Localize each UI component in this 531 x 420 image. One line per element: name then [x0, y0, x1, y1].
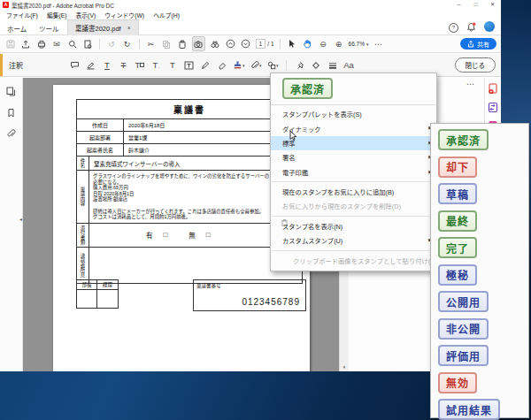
attach-file-icon[interactable]: ▾: [250, 58, 262, 73]
acrobat-logo-icon: A: [3, 2, 9, 8]
insert-text-icon[interactable]: T‸: [151, 58, 162, 73]
document-number-box: 稟議書番号 0123456789: [193, 279, 306, 311]
stamp-option[interactable]: 評価用: [438, 345, 489, 366]
undo-icon[interactable]: ↺: [106, 37, 118, 50]
content-line: 必要になる。: [93, 179, 298, 186]
page-number-input[interactable]: 1: [256, 39, 266, 49]
snapshot-camera-icon[interactable]: [192, 36, 205, 51]
zoom-out-icon[interactable]: ⊖: [318, 37, 329, 50]
menu-item[interactable]: ファイル(F): [2, 11, 42, 19]
line-weight-icon[interactable]: [327, 58, 338, 73]
stamp-menu-item[interactable]: クリップボード画像をスタンプとして貼り付け(C): [271, 253, 436, 267]
comments-options-icon[interactable]: ⋯: [466, 80, 474, 88]
organize-pages-icon[interactable]: [82, 37, 94, 50]
highlight-text-icon[interactable]: [86, 58, 96, 73]
menubar: ファイル(F)編集(E)表示(V)ウィンドウ(W)ヘルプ(H): [0, 10, 503, 19]
collapse-panel-icon[interactable]: ◂: [19, 216, 22, 222]
more-tools-icon[interactable]: ⋯: [373, 37, 384, 50]
stamp-option[interactable]: 最終: [438, 210, 477, 232]
create-pdf-icon[interactable]: [488, 83, 498, 95]
text-style-icon[interactable]: Aa: [343, 58, 354, 73]
zoom-level-control[interactable]: 66.7% ▾: [349, 41, 369, 47]
stamp-option[interactable]: 公開用: [438, 291, 489, 312]
stamp-menu-item[interactable]: 電子印鑑 ▶: [271, 165, 436, 179]
close-annotation-toolbar-button[interactable]: 閉じる: [455, 57, 496, 73]
standard-stamps-submenu: 承認済 却下 草稿 最終 完了 極秘 公開用 非公開 評価用 無効 試用結果 参…: [430, 123, 529, 418]
next-page-icon[interactable]: [240, 37, 251, 50]
underline-text-icon[interactable]: T: [102, 58, 112, 73]
print-icon[interactable]: [35, 37, 47, 50]
add-text-icon[interactable]: T: [167, 58, 178, 73]
stamp-option[interactable]: 草稿: [438, 183, 477, 204]
share-button[interactable]: 共有: [460, 38, 496, 50]
tab-home[interactable]: ホーム: [7, 24, 27, 34]
stamp-option[interactable]: 非公開: [438, 318, 489, 340]
menu-item[interactable]: 表示(V): [72, 11, 101, 19]
copy-icon[interactable]: [161, 37, 173, 50]
table-row: 起案者氏名 鈴木謙介: [77, 143, 302, 156]
page-thumbnails-icon[interactable]: [6, 87, 16, 96]
search-icon[interactable]: [66, 37, 78, 50]
minimize-button[interactable]: ─: [450, 0, 467, 10]
fill-color-icon[interactable]: [311, 58, 321, 73]
replace-text-icon[interactable]: T: [135, 58, 145, 73]
notifications-bell-icon[interactable]: [466, 22, 476, 32]
stamp-menu-item[interactable]: お気に入りから現在のスタンプを削除(D): [271, 199, 436, 213]
content-line: 購入費用:65万円: [93, 185, 298, 191]
help-icon[interactable]: ?: [449, 23, 458, 33]
menu-item[interactable]: ヘルプ(H): [149, 11, 184, 19]
sticky-note-comment-icon[interactable]: [69, 58, 80, 73]
upload-icon[interactable]: [20, 37, 32, 50]
stamp-tool-icon[interactable]: ▾: [233, 58, 245, 73]
eraser-icon[interactable]: [217, 58, 227, 73]
stamp-menu-item[interactable]: スタンプパレットを表示(S): [271, 107, 436, 121]
pencil-draw-icon[interactable]: [200, 58, 211, 73]
stamp-option[interactable]: 極秘: [438, 264, 477, 286]
stamp-option[interactable]: 無効: [438, 372, 477, 393]
find-binoculars-icon[interactable]: [209, 37, 220, 50]
previous-page-icon[interactable]: [225, 37, 236, 50]
stamp-preview[interactable]: 承認済: [282, 78, 333, 99]
select-tool-icon[interactable]: [287, 37, 298, 50]
content-line: [93, 202, 298, 209]
redo-icon[interactable]: ↻: [121, 37, 133, 50]
drawing-shapes-icon[interactable]: ▾: [267, 58, 279, 73]
stamp-menu-item[interactable]: スタンプ名を表示(N): [271, 219, 436, 233]
stamp-menu-item[interactable]: 現在のスタンプをお気に入りに追加(B): [271, 185, 436, 199]
current-stamp-preview[interactable]: 承認済: [271, 73, 436, 105]
scroll-down-icon[interactable]: ▾: [340, 364, 349, 370]
stamp-menu-item-label: 署名: [282, 154, 296, 162]
paste-icon[interactable]: [176, 37, 188, 50]
close-button[interactable]: ✕: [484, 0, 501, 10]
desktop: { "colors": { "accent": "#1473e6", "anno…: [0, 0, 531, 420]
email-icon[interactable]: ✉: [51, 37, 63, 50]
menu-item[interactable]: 編集(E): [42, 11, 72, 19]
menu-item[interactable]: ウィンドウ(W): [100, 11, 149, 19]
export-pdf-icon[interactable]: [488, 102, 498, 113]
maximize-button[interactable]: □: [467, 0, 484, 10]
cut-icon[interactable]: ✂: [145, 37, 157, 50]
tab-tools[interactable]: ツール: [39, 24, 59, 34]
stamp-option[interactable]: 試用結果: [438, 399, 500, 420]
save-icon[interactable]: [4, 37, 16, 50]
stamp-menu-item-label: カスタムスタンプ(U): [282, 237, 342, 245]
stamp-option[interactable]: 却下: [438, 157, 477, 178]
tab-document[interactable]: 稟議書2020.pdf ×: [67, 19, 139, 35]
stamp-option[interactable]: 承認済: [438, 129, 489, 150]
stamp-option[interactable]: 完了: [438, 237, 477, 258]
tab-close-icon[interactable]: ×: [127, 25, 131, 31]
signature-table: 部長 経理: [76, 279, 119, 309]
zoom-in-icon[interactable]: ⊕: [333, 37, 344, 50]
pin-icon[interactable]: [295, 58, 305, 73]
ringi-table: 稟議書 作成日 2020年6月18日 起案部署 営業1課: [76, 99, 303, 284]
text-box-icon[interactable]: [184, 58, 195, 73]
strikethrough-text-icon[interactable]: T: [119, 58, 129, 73]
hand-tool-icon[interactable]: [302, 37, 313, 50]
bookmarks-icon[interactable]: [6, 108, 16, 118]
stamp-menu-item-label: クリップボード画像をスタンプとして貼り付け(C): [293, 257, 437, 265]
stamp-menu-item[interactable]: カスタムスタンプ(U) ▶: [271, 233, 436, 248]
attachments-icon[interactable]: [6, 129, 16, 139]
stamp-menu-item[interactable]: 署名 ▶: [271, 150, 436, 164]
account-avatar[interactable]: [484, 21, 495, 32]
approver-row: 決裁者所見: [77, 247, 302, 283]
